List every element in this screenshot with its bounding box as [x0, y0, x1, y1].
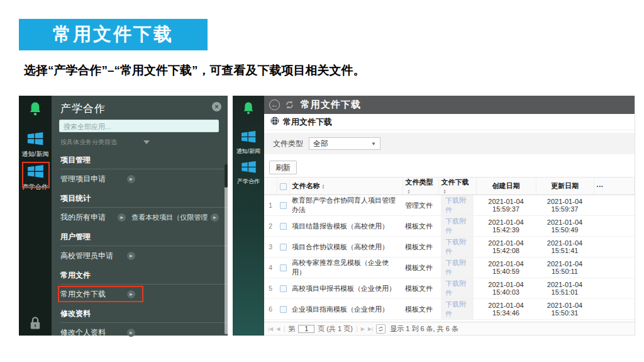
page-title: 常用文件下载: [19, 19, 208, 50]
circle-arrow-icon: ▸: [127, 329, 135, 337]
table-row[interactable]: 5 高校项目申报书模板（企业使用） 模板文件 下载附件 2021-01-04 1…: [264, 278, 635, 299]
rail-tile-news[interactable]: 通知/新闻: [22, 132, 49, 159]
group-header-common-files: 常用文件: [52, 265, 228, 284]
last-page-icon[interactable]: ▶|: [368, 326, 373, 332]
table-header-row: 文件名称▲▼ 文件类型▲▼ 文件下载▲▼ 创建日期 更新日期 ···: [264, 178, 635, 195]
download-link[interactable]: 下载附件: [441, 216, 474, 236]
updated-date-cell: 2021-01-04 15:50:11: [536, 257, 594, 278]
download-cell: 下载附件: [438, 195, 476, 216]
select-all-checkbox[interactable]: [277, 178, 289, 195]
file-name-cell: 项目合作协议模板（高校使用）: [289, 237, 402, 257]
menu-item-admin-application[interactable]: 高校管理员申请 ▸: [52, 246, 228, 265]
file-type-cell: 模板文件: [402, 216, 438, 237]
page-number-input[interactable]: [298, 325, 314, 333]
download-link[interactable]: 下载附件: [441, 257, 474, 278]
pager-refresh-icon[interactable]: [376, 324, 386, 334]
row-checkbox[interactable]: [277, 299, 289, 320]
table-row[interactable]: 4 高校专家推荐意见模板（企业使用） 模板文件 下载附件 2021-01-04 …: [264, 257, 635, 278]
app-header-bar: ← 常用文件下载: [264, 96, 635, 114]
download-cell: 下载附件: [438, 216, 476, 237]
created-date-cell: 2021-01-04 15:42:39: [476, 216, 536, 237]
table-row[interactable]: 6 企业项目指南模板（企业使用） 模板文件 下载附件 2021-01-04 15…: [264, 299, 635, 320]
file-type-cell: 模板文件: [402, 278, 438, 299]
panel-scrollbar[interactable]: [225, 164, 228, 334]
created-date-cell: 2021-01-04 15:34:46: [476, 299, 536, 320]
bell-icon[interactable]: [29, 101, 42, 118]
lock-icon[interactable]: [30, 316, 41, 332]
row-checkbox[interactable]: [277, 257, 289, 278]
chevron-down-icon: ▼: [371, 141, 376, 147]
table-row[interactable]: 1 教育部产学合作协同育人项目管理办法 管理文件 下载附件 2021-01-04…: [264, 195, 635, 216]
row-checkbox[interactable]: [277, 237, 289, 257]
row-number: 3: [264, 237, 277, 257]
windows-tile-icon: [241, 134, 255, 145]
next-page-icon[interactable]: ▶: [361, 326, 365, 332]
refresh-icon[interactable]: [285, 100, 294, 110]
globe-icon: [270, 116, 279, 128]
col-updated-date[interactable]: 更新日期: [536, 178, 594, 195]
col-created-date[interactable]: 创建日期: [476, 178, 536, 195]
sort-icon: ▲▼: [322, 184, 325, 189]
row-checkbox[interactable]: [277, 216, 289, 237]
bell-icon[interactable]: [243, 101, 254, 117]
row-number: 1: [264, 195, 277, 216]
download-link[interactable]: 下载附件: [441, 299, 474, 319]
circle-arrow-icon: ▸: [211, 213, 219, 222]
empty-cell: [594, 278, 635, 299]
download-link[interactable]: 下载附件: [441, 237, 474, 257]
download-link[interactable]: 下载附件: [441, 278, 474, 298]
search-input[interactable]: [60, 121, 218, 132]
left-app-rail: 通知/新闻 产学合作: [19, 96, 52, 336]
row-checkbox[interactable]: [277, 195, 289, 216]
menu-item-my-applications[interactable]: 我的所有申请 ▸ 查看本校项目（仅限管理员... ▸: [52, 208, 228, 227]
menu-item-manage-applications[interactable]: 管理项目申请 ▸: [52, 169, 228, 188]
table-row[interactable]: 2 项目结题报告模板（高校使用） 模板文件 下载附件 2021-01-04 15…: [264, 216, 635, 237]
menu-item-secondary-label[interactable]: 查看本校项目（仅限管理员...: [131, 213, 208, 222]
scrollbar-thumb[interactable]: [225, 164, 228, 188]
menu-item-edit-personal-info[interactable]: 修改个人资料 ▸: [52, 323, 228, 342]
prev-page-icon[interactable]: ◀: [276, 326, 280, 332]
download-cell: 下载附件: [438, 257, 476, 278]
file-type-select[interactable]: 全部 ▼: [309, 137, 380, 150]
close-icon[interactable]: ×: [212, 102, 221, 111]
updated-date-cell: 2021-01-04 15:59:37: [536, 195, 594, 216]
divider: |: [283, 325, 285, 332]
cooperation-menu-panel: 产学合作 × 按具体业务分类筛选 项目管理 管理项目申请 ▸ 项目统计 我的所有…: [52, 96, 228, 336]
section-title: 常用文件下载: [283, 116, 332, 128]
page-label-post: 页 (共 1 页): [318, 324, 353, 334]
circle-arrow-icon: ▸: [118, 213, 126, 222]
table-row[interactable]: 3 项目合作协议模板（高校使用） 模板文件 下载附件 2021-01-04 15…: [264, 237, 635, 257]
row-checkbox[interactable]: [277, 278, 289, 299]
divider: |: [356, 325, 358, 332]
rail-tile-news[interactable]: 通知/新闻: [236, 131, 261, 156]
download-cell: 下载附件: [438, 278, 476, 299]
empty-cell: [594, 216, 635, 237]
menu-item-label: 修改个人资料: [60, 327, 127, 338]
col-file-download[interactable]: 文件下载▲▼: [438, 178, 476, 195]
download-cell: 下载附件: [438, 237, 476, 257]
row-number: 2: [264, 216, 277, 237]
col-file-type[interactable]: 文件类型▲▼: [402, 178, 438, 195]
first-page-icon[interactable]: |◀: [268, 326, 273, 332]
file-name-cell: 教育部产学合作协同育人项目管理办法: [289, 195, 402, 216]
empty-cell: [594, 299, 635, 320]
back-icon[interactable]: ←: [269, 99, 280, 110]
created-date-cell: 2021-01-04 15:40:59: [476, 257, 536, 278]
col-file-name[interactable]: 文件名称▲▼: [289, 178, 402, 195]
windows-tile-icon: [28, 137, 43, 147]
group-header-edit-profile: 修改资料: [52, 303, 228, 322]
rail-tile-cooperation[interactable]: 产学合作: [237, 161, 260, 186]
file-name-cell: 项目结题报告模板（高校使用）: [289, 216, 402, 237]
group-header-user-mgmt: 用户管理: [52, 227, 228, 246]
pager-summary: 显示 1 到 6 条, 共 6 条: [390, 324, 458, 334]
download-link[interactable]: 下载附件: [441, 195, 474, 215]
filter-hint-row[interactable]: 按具体业务分类筛选: [60, 137, 219, 147]
menu-item-common-file-download[interactable]: 常用文件下载 ▸: [52, 285, 228, 303]
sort-icon: ▲▼: [443, 189, 447, 194]
rail-tile-news-label: 通知/新闻: [236, 147, 261, 156]
col-more[interactable]: ···: [594, 178, 635, 195]
file-type-label: 文件类型: [273, 139, 303, 149]
created-date-cell: 2021-01-04 15:59:37: [476, 195, 536, 216]
refresh-button[interactable]: 刷新: [269, 161, 297, 174]
group-header-project-stats: 项目统计: [52, 188, 228, 207]
